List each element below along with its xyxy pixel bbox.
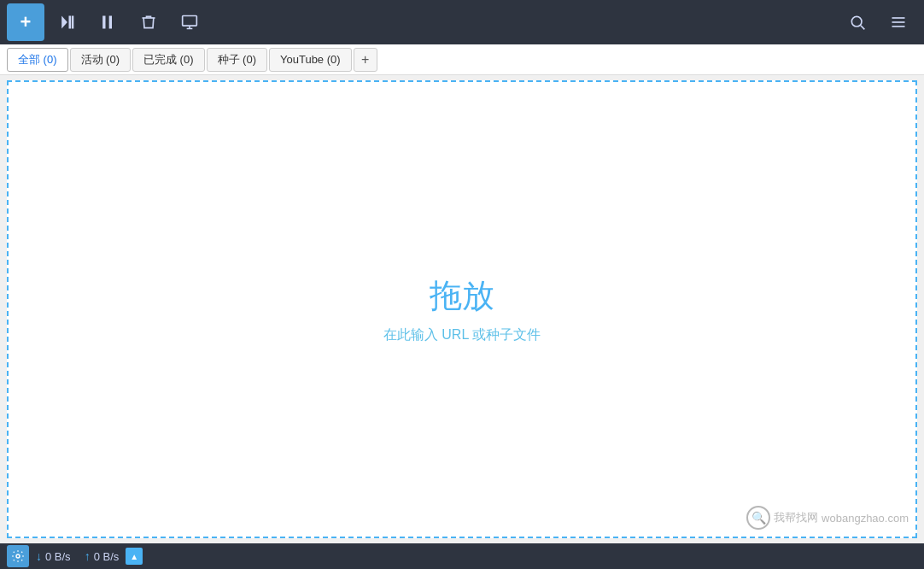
search-icon <box>849 14 866 31</box>
menu-button[interactable] <box>880 3 917 41</box>
svg-point-11 <box>16 554 20 558</box>
drop-zone-subtitle: 在此输入 URL 或种子文件 <box>383 326 541 344</box>
status-icon-button[interactable] <box>7 545 29 567</box>
drop-zone[interactable]: 拖放 在此输入 URL 或种子文件 🔍 我帮找网 wobangzhao.com <box>7 80 917 538</box>
play-resume-icon <box>58 14 75 31</box>
delete-button[interactable] <box>130 3 167 41</box>
svg-rect-5 <box>183 16 197 26</box>
status-bar: ↓ 0 B/s ↑ 0 B/s ▲ <box>0 543 924 569</box>
pause-icon <box>99 14 116 31</box>
drop-zone-text: 拖放 在此输入 URL 或种子文件 <box>383 274 541 344</box>
watermark-icon: 🔍 <box>746 506 770 530</box>
search-button[interactable] <box>839 3 876 41</box>
download-arrow-icon: ↓ <box>36 549 42 563</box>
delete-icon <box>140 14 157 31</box>
add-button[interactable]: + <box>7 3 44 41</box>
svg-rect-1 <box>69 16 72 29</box>
watermark: 🔍 我帮找网 wobangzhao.com <box>746 506 909 530</box>
upload-arrow-icon: ↑ <box>85 549 91 563</box>
tabs-bar: 全部 (0) 活动 (0) 已完成 (0) 种子 (0) YouTube (0)… <box>0 44 924 75</box>
svg-rect-2 <box>72 16 74 29</box>
move-icon <box>181 14 198 31</box>
watermark-url: wobangzhao.com <box>822 512 909 525</box>
svg-line-7 <box>861 26 865 30</box>
tab-youtube[interactable]: YouTube (0) <box>269 48 352 72</box>
drop-zone-title: 拖放 <box>383 274 541 318</box>
toolbar: + <box>0 0 924 44</box>
svg-marker-0 <box>61 16 67 29</box>
download-speed: ↓ 0 B/s <box>36 549 71 563</box>
expand-button[interactable]: ▲ <box>126 548 143 565</box>
upload-speed-value: 0 B/s <box>94 550 120 563</box>
pause-button[interactable] <box>89 3 126 41</box>
svg-rect-4 <box>109 16 112 29</box>
watermark-text: 我帮找网 <box>774 510 818 525</box>
svg-rect-3 <box>102 16 105 29</box>
tab-active[interactable]: 活动 (0) <box>70 48 132 72</box>
settings-icon <box>11 549 25 563</box>
hamburger-icon <box>890 14 907 31</box>
upload-speed: ↑ 0 B/s <box>85 549 120 563</box>
tab-completed[interactable]: 已完成 (0) <box>132 48 205 72</box>
tab-all[interactable]: 全部 (0) <box>7 48 68 72</box>
svg-point-6 <box>851 16 862 26</box>
move-button[interactable] <box>171 3 208 41</box>
tab-seed[interactable]: 种子 (0) <box>207 48 268 72</box>
download-speed-value: 0 B/s <box>45 550 71 563</box>
play-resume-button[interactable] <box>48 3 85 41</box>
speed-display: ↓ 0 B/s ↑ 0 B/s <box>36 549 119 563</box>
add-tab-button[interactable]: + <box>354 48 377 72</box>
